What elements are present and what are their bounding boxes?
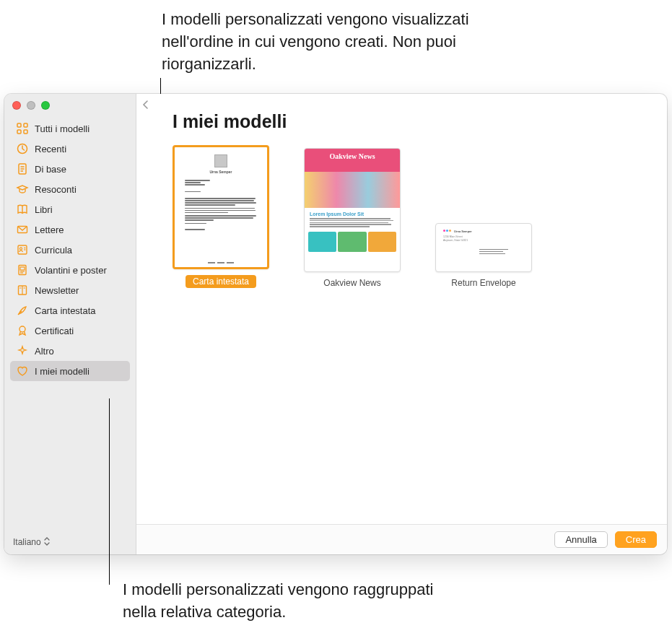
callout-line-icon [109, 398, 110, 585]
sidebar-item-letters[interactable]: Lettere [10, 219, 130, 240]
template-thumbnail: Urna Semper 1234 Main StreetAnytown, Sta… [435, 223, 532, 272]
sidebar-item-label: Carta intestata [35, 305, 96, 316]
template-return-envelope[interactable]: Urna Semper 1234 Main StreetAnytown, Sta… [435, 223, 532, 288]
sidebar-item-label: Di base [35, 164, 66, 175]
sidebar-item-label: Resoconti [35, 184, 77, 195]
grid-icon [16, 122, 29, 135]
template-label: Carta intestata [186, 275, 256, 288]
doc-icon [16, 162, 29, 175]
window-controls [4, 94, 136, 114]
quill-icon [16, 304, 29, 317]
newsletter-headline: Oakview News [305, 152, 400, 160]
sidebar-item-newsletters[interactable]: Newsletter [10, 280, 130, 300]
svg-point-23 [19, 326, 25, 332]
annotation-top: I modelli personalizzati vengono visuali… [162, 9, 501, 75]
heart-icon [16, 365, 29, 378]
sparkle-icon [16, 344, 29, 357]
language-selector[interactable]: Italiano [4, 530, 136, 554]
template-chooser-window: Tutti i modelli Recenti Di base Resocont… [4, 94, 667, 554]
columns-icon [16, 284, 29, 297]
svg-rect-1 [24, 123, 27, 127]
svg-rect-0 [17, 123, 21, 127]
sidebar-item-label: Curricula [35, 245, 72, 256]
sidebar-item-books[interactable]: Libri [10, 199, 130, 219]
sidebar-item-label: Newsletter [35, 285, 79, 296]
sidebar-item-certificates[interactable]: Certificati [10, 320, 130, 341]
sidebar-item-basic[interactable]: Di base [10, 159, 130, 179]
template-label: Return Envelope [451, 278, 515, 288]
sidebar-item-recents[interactable]: Recenti [10, 139, 130, 159]
template-letterhead[interactable]: Urna Semper [173, 145, 269, 288]
sidebar-item-resumes[interactable]: Curricula [10, 240, 130, 260]
envelope-icon [16, 223, 29, 236]
book-icon [16, 203, 29, 216]
svg-point-11 [19, 248, 22, 250]
create-button[interactable]: Crea [615, 531, 657, 548]
sidebar-list: Tutti i modelli Recenti Di base Resocont… [4, 114, 136, 530]
svg-rect-15 [20, 267, 25, 270]
sidebar-item-label: I miei modelli [35, 366, 90, 377]
annotation-bottom: I modelli personalizzati vengono raggrup… [123, 579, 455, 624]
sidebar-item-label: Libri [35, 204, 53, 215]
sidebar-item-stationery[interactable]: Carta intestata [10, 300, 130, 320]
sidebar-item-label: Altro [35, 346, 54, 357]
cancel-button[interactable]: Annulla [554, 531, 607, 548]
template-grid: Urna Semper [173, 145, 642, 288]
sidebar-item-flyers[interactable]: Volantini e poster [10, 260, 130, 280]
main-panel: I miei modelli Urna Semper [136, 94, 667, 554]
sidebar-item-label: Certificati [35, 326, 74, 336]
sidebar-item-label: Lettere [35, 224, 64, 235]
template-thumbnail: Urna Semper [173, 145, 269, 269]
footer: Annulla Crea [136, 524, 667, 554]
grad-icon [16, 183, 29, 196]
sidebar-item-label: Volantini e poster [35, 265, 107, 276]
clock-icon [16, 142, 29, 155]
newsletter-subhead: Lorem Ipsum Dolor Sit [310, 211, 395, 217]
template-thumbnail: Oakview News Lorem Ipsum Dolor Sit [304, 148, 401, 272]
template-label: Oakview News [323, 278, 380, 288]
sidebar-item-label: Recenti [35, 144, 66, 154]
sidebar: Tutti i modelli Recenti Di base Resocont… [4, 94, 136, 554]
close-icon[interactable] [12, 101, 21, 110]
sidebar-item-my-templates[interactable]: I miei modelli [10, 361, 130, 381]
maximize-icon[interactable] [41, 101, 50, 110]
sidebar-item-label: Tutti i modelli [35, 123, 90, 134]
svg-rect-2 [17, 130, 21, 134]
minimize-icon[interactable] [27, 101, 35, 110]
language-label: Italiano [13, 537, 41, 547]
content-area: I miei modelli Urna Semper [136, 94, 667, 524]
page-title: I miei modelli [173, 111, 642, 132]
person-lines-icon [16, 243, 29, 256]
sidebar-item-all-templates[interactable]: Tutti i modelli [10, 118, 130, 139]
sidebar-item-reports[interactable]: Resoconti [10, 179, 130, 199]
svg-rect-3 [24, 130, 27, 134]
template-oakview-news[interactable]: Oakview News Lorem Ipsum Dolor Sit [304, 148, 401, 288]
sidebar-item-other[interactable]: Altro [10, 341, 130, 361]
poster-icon [16, 263, 29, 276]
sidebar-toggle-icon[interactable] [142, 100, 149, 112]
chevron-updown-icon [44, 537, 50, 547]
ribbon-icon [16, 324, 29, 337]
